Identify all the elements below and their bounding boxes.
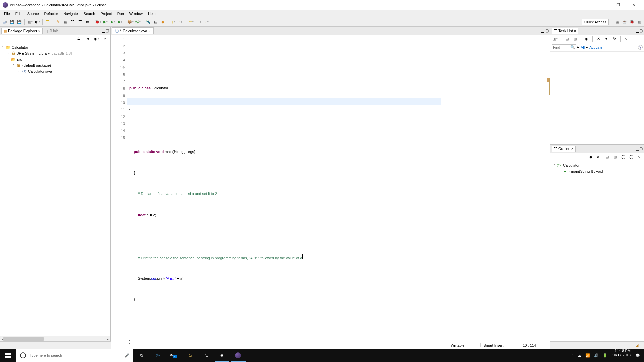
new-package-button[interactable]: ▦ bbox=[62, 19, 69, 25]
help-icon[interactable]: ? bbox=[638, 45, 643, 50]
hide-static-button[interactable]: ▥ bbox=[612, 154, 619, 160]
new-button[interactable]: ▤ bbox=[1, 19, 8, 25]
forward-button[interactable]: → bbox=[203, 19, 209, 25]
view-menu-button[interactable]: ▿ bbox=[102, 36, 108, 42]
show-desktop-button[interactable] bbox=[642, 349, 644, 362]
volume-icon[interactable]: 🔊 bbox=[592, 349, 601, 362]
taskbar-search[interactable]: Type here to search 🎤 bbox=[16, 349, 133, 362]
hide-local-button[interactable]: ◯ bbox=[628, 154, 635, 160]
menu-project[interactable]: Project bbox=[98, 11, 114, 16]
maximize-editor-button[interactable]: ▢ bbox=[545, 28, 549, 33]
java-perspective-button[interactable]: ☕ bbox=[621, 19, 628, 25]
expand-arrow-icon[interactable]: ▸ bbox=[586, 45, 588, 49]
src-node[interactable]: ˅📂src bbox=[0, 56, 110, 62]
tray-overflow-button[interactable]: ˄ bbox=[570, 349, 576, 362]
next-annotation-button[interactable]: ↑ bbox=[177, 19, 184, 25]
skip-breakpoints-button[interactable]: ✎ bbox=[55, 19, 61, 25]
minimize-view-button[interactable]: ▁ bbox=[102, 28, 105, 33]
horizontal-scrollbar[interactable]: ◂ ▸ bbox=[0, 336, 110, 341]
debug-perspective-button[interactable]: 🐞 bbox=[629, 19, 635, 25]
editor-body[interactable]: 1 2 3 4 5⊖ 6 7 8 9 10 11 12 13 14 15 bbox=[111, 35, 550, 362]
hide-nonpublic-button[interactable]: ◯ bbox=[620, 154, 627, 160]
menu-run[interactable]: Run bbox=[115, 11, 127, 16]
toggle-button[interactable]: ☷ bbox=[69, 19, 76, 25]
categorize-button[interactable]: ▤ bbox=[564, 36, 570, 42]
minimize-view-button[interactable]: ▁ bbox=[636, 28, 639, 33]
synchronize-button[interactable]: ↻ bbox=[611, 36, 618, 42]
save-all-button[interactable]: 💾 bbox=[16, 19, 23, 25]
menu-help[interactable]: Help bbox=[145, 11, 158, 16]
microphone-icon[interactable]: 🎤 bbox=[125, 353, 129, 358]
menu-refactor[interactable]: Refactor bbox=[42, 11, 61, 16]
hide-button[interactable]: ✕ bbox=[595, 36, 602, 42]
open-perspective-button[interactable]: ▦ bbox=[614, 19, 621, 25]
hide-fields-button[interactable]: ▤ bbox=[604, 154, 610, 160]
battery-icon[interactable]: 🔋 bbox=[601, 349, 609, 362]
focus-workweek-button[interactable]: ◉ bbox=[583, 36, 590, 42]
new-java-button[interactable]: 📦 bbox=[127, 19, 134, 25]
close-icon[interactable]: × bbox=[574, 29, 576, 33]
jre-node[interactable]: ›🏛JRE System Library [JavaSE-1.8] bbox=[0, 50, 110, 56]
taskbar-clock[interactable]: 11:18 PM 10/17/2018 bbox=[609, 349, 633, 362]
link-editor-button[interactable]: ⇔ bbox=[84, 36, 91, 42]
outline-class-node[interactable]: ˅Ⓒ Calculator bbox=[552, 162, 643, 168]
focus-active-button[interactable]: ◉ bbox=[588, 154, 594, 160]
tasklist-menu-button[interactable]: ▿ bbox=[623, 36, 630, 42]
menu-source[interactable]: Source bbox=[24, 11, 42, 16]
scroll-right-button[interactable]: ▸ bbox=[105, 336, 110, 342]
collapse-button[interactable]: ▾ bbox=[603, 36, 610, 42]
status-notification-icon[interactable]: ◪ bbox=[633, 343, 641, 347]
menu-navigate[interactable]: Navigate bbox=[61, 11, 80, 16]
action-center-button[interactable]: 💬 bbox=[633, 349, 642, 362]
coverage-button[interactable]: ▶ bbox=[109, 19, 116, 25]
debug-button[interactable]: 🐞 bbox=[95, 19, 101, 25]
menu-file[interactable]: File bbox=[1, 11, 13, 16]
focus-task-button[interactable]: ◉ bbox=[93, 36, 100, 42]
java-file-node[interactable]: ›ⒿCalculator.java bbox=[0, 68, 110, 74]
back-button[interactable]: ← bbox=[195, 19, 202, 25]
back-edit-button[interactable]: ⇦ bbox=[188, 19, 195, 25]
minimize-button[interactable]: ─ bbox=[595, 0, 610, 10]
tasklist-tab[interactable]: ☰ Task List × bbox=[552, 28, 578, 34]
junit-tab[interactable]: ⫿ JUnit bbox=[44, 28, 60, 34]
annotation-button[interactable]: ◉ bbox=[160, 19, 166, 25]
menu-window[interactable]: Window bbox=[127, 11, 145, 16]
close-tab-icon[interactable]: × bbox=[148, 29, 150, 33]
close-icon[interactable]: × bbox=[571, 147, 573, 151]
maximize-view-button[interactable]: ▢ bbox=[639, 28, 643, 33]
outline-tab[interactable]: ☷ Outline × bbox=[552, 146, 576, 152]
code-area[interactable]: public class Calculator { public static … bbox=[127, 35, 546, 362]
maximize-view-button[interactable]: ▢ bbox=[639, 146, 643, 151]
close-icon[interactable]: × bbox=[38, 29, 40, 33]
scheduled-button[interactable]: ▥ bbox=[572, 36, 578, 42]
minimize-editor-button[interactable]: ▁ bbox=[541, 28, 544, 33]
project-node[interactable]: ˅📁Calculator bbox=[0, 44, 110, 50]
editor-tab-calculator[interactable]: Ⓙ Calculator.java × bbox=[112, 27, 154, 34]
open-task-button[interactable]: ▤ bbox=[152, 19, 159, 25]
package-explorer-tab[interactable]: ▦ Package Explorer × bbox=[1, 28, 43, 34]
toggle-mark-button[interactable]: ☰ bbox=[77, 19, 84, 25]
close-button[interactable]: ✕ bbox=[626, 0, 641, 10]
start-button[interactable] bbox=[0, 349, 16, 362]
run-button[interactable]: ▶ bbox=[102, 19, 109, 25]
expand-arrow-icon[interactable]: ▸ bbox=[577, 45, 579, 49]
outline-method-node[interactable]: ●s main(String[]) : void bbox=[552, 168, 643, 174]
save-button[interactable]: 💾 bbox=[9, 19, 15, 25]
maximize-button[interactable]: ☐ bbox=[610, 0, 626, 10]
minimize-view-button[interactable]: ▁ bbox=[636, 146, 639, 151]
run-last-button[interactable]: ▶ bbox=[117, 19, 123, 25]
activate-link[interactable]: Activate... bbox=[589, 45, 605, 49]
scroll-thumb[interactable] bbox=[3, 337, 44, 341]
wifi-icon[interactable]: 📶 bbox=[583, 349, 592, 362]
planning-perspective-button[interactable]: ▥ bbox=[636, 19, 643, 25]
open-type-button[interactable]: ☰ bbox=[44, 19, 51, 25]
menu-search[interactable]: Search bbox=[81, 11, 98, 16]
default-package-node[interactable]: ˅▣(default package) bbox=[0, 62, 110, 68]
toggle-block-button[interactable]: ▭ bbox=[84, 19, 91, 25]
build-button[interactable]: ▥ bbox=[26, 19, 33, 25]
search-button[interactable]: 🔦 bbox=[145, 19, 152, 25]
new-class-button[interactable]: Ⓒ bbox=[135, 19, 141, 25]
collapse-all-button[interactable]: ⇆ bbox=[75, 36, 82, 42]
onedrive-icon[interactable]: ☁ bbox=[576, 349, 583, 362]
perspective-button[interactable]: ◐ bbox=[34, 19, 41, 25]
